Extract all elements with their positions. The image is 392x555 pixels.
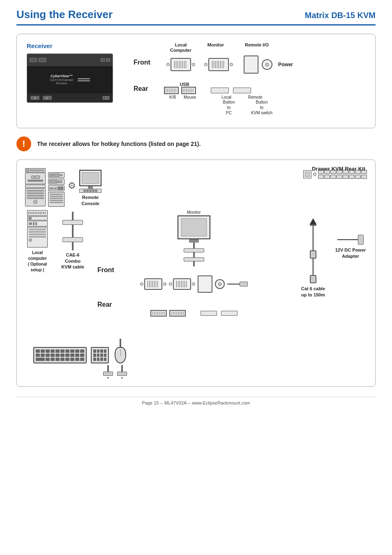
k10 <box>80 349 84 353</box>
ut2 <box>27 192 44 194</box>
rear-ports-center <box>150 310 238 317</box>
np11 <box>100 358 103 361</box>
receiver-port-1 <box>30 58 37 62</box>
k29 <box>80 358 84 361</box>
usb-label: USB <box>164 82 205 87</box>
cps5 <box>95 190 97 192</box>
cts4 <box>50 200 63 201</box>
console-monitor <box>79 170 101 186</box>
rear-ports-area: USB <box>162 82 278 116</box>
kvm-sq-inner <box>305 172 310 177</box>
db-port-remote <box>233 88 251 93</box>
np8 <box>104 354 107 357</box>
ph-line <box>337 239 358 240</box>
k12 <box>41 354 45 357</box>
k2 <box>41 349 45 353</box>
local-computer-col: Local computer( Optional setup ) <box>25 210 50 273</box>
unit-row-1 <box>25 168 46 172</box>
vga-port-local <box>171 58 191 71</box>
k11 <box>36 354 40 357</box>
vga-port-monitor <box>208 58 229 71</box>
lct-circle <box>29 238 32 242</box>
local-computer-label: Local computer( Optional setup ) <box>25 250 50 273</box>
remote-console-label: RemoteConsole <box>81 194 99 206</box>
receiver-section-box: Receiver CyberView™ Cat KVM ExtenderRece… <box>16 34 376 128</box>
console-port-strip <box>79 189 101 193</box>
usb-port-mouse <box>181 87 196 94</box>
port-screw-right-2 <box>230 63 233 66</box>
receiver-right: LocalComputer Monitor Remote I/O Front <box>134 42 365 120</box>
fp-screw-2 <box>163 282 166 286</box>
warning-icon: ! <box>16 136 31 151</box>
column-headers: LocalComputer Monitor Remote I/O <box>162 42 365 53</box>
port-screw-left <box>166 63 170 66</box>
fp-vga-pins-2 <box>176 281 188 287</box>
remote-io-ports: ⊙ Power <box>244 56 293 74</box>
monitor-label-top: Monitor <box>187 210 201 215</box>
bc-conn-1 <box>103 372 113 376</box>
up2 <box>35 176 40 179</box>
k16 <box>60 354 65 357</box>
k21 <box>36 358 45 361</box>
console-screen <box>82 172 99 184</box>
front-ports: ⊙ Power <box>166 56 293 74</box>
remote-label: Remote <box>243 95 267 99</box>
kvm-sq-1 <box>303 170 311 178</box>
k25 <box>60 358 65 361</box>
bc-conn-2 <box>117 372 127 376</box>
cps1 <box>83 190 86 192</box>
lc-p <box>28 217 32 220</box>
port-power: ⊙ <box>262 59 272 70</box>
k26 <box>65 358 69 361</box>
cable-conn-2 <box>184 257 204 261</box>
page-title: Using the Receiver <box>16 8 113 21</box>
arrow-up <box>310 218 316 224</box>
stacked-units <box>25 168 65 207</box>
pr13 <box>343 175 348 179</box>
power-label: Power <box>278 62 293 67</box>
rear-usb-ports <box>164 87 278 94</box>
drawer-top-area: ⚙ RemoteConsole <box>25 168 367 207</box>
cts1 <box>50 194 63 195</box>
cat6-cable <box>312 226 314 250</box>
receiver-port-small-2 <box>106 58 110 62</box>
monitor-stand <box>189 239 199 243</box>
cu-p1 <box>49 173 53 177</box>
lc-stripe <box>28 212 46 214</box>
port-lock <box>244 56 258 74</box>
power-plug <box>240 282 248 287</box>
unit-circle <box>33 200 37 204</box>
front-label-center: Front <box>96 266 292 274</box>
k20 <box>80 354 84 357</box>
k4 <box>51 349 55 353</box>
mouse-with-cable <box>115 339 126 363</box>
power-adapter-label: 12V DC Power Adapter <box>334 247 367 259</box>
fp-lock <box>198 275 212 293</box>
cat6-cable-2 <box>312 259 314 275</box>
cat6-label: Cat 6 cable up to 150m <box>299 286 327 298</box>
np1 <box>93 349 96 353</box>
cu-row-2 <box>48 179 65 185</box>
ut3 <box>27 195 44 197</box>
unit-row-3 <box>25 185 46 188</box>
k1 <box>36 349 40 353</box>
rear-row: Rear USB <box>134 82 365 116</box>
product-name: Matrix DB-15 KVM <box>305 11 376 20</box>
pr14 <box>349 175 355 179</box>
k28 <box>75 358 79 361</box>
k15 <box>55 354 60 357</box>
k7 <box>65 349 69 353</box>
pr15 <box>355 175 361 179</box>
fp-screw-4 <box>192 282 195 286</box>
remote-console-area: RemoteConsole <box>79 170 101 206</box>
cable-conn-1 <box>184 248 204 252</box>
mouse-line <box>120 349 121 356</box>
cts2 <box>50 196 63 197</box>
port-screw-left-2 <box>204 63 208 66</box>
button-labels: ButtontoPC ButtontoKVM switch <box>164 99 278 116</box>
monitor-box <box>178 215 210 239</box>
ut1 <box>27 190 44 192</box>
np4 <box>104 349 107 353</box>
cts5 <box>50 202 63 203</box>
lc-p3 <box>33 222 35 225</box>
